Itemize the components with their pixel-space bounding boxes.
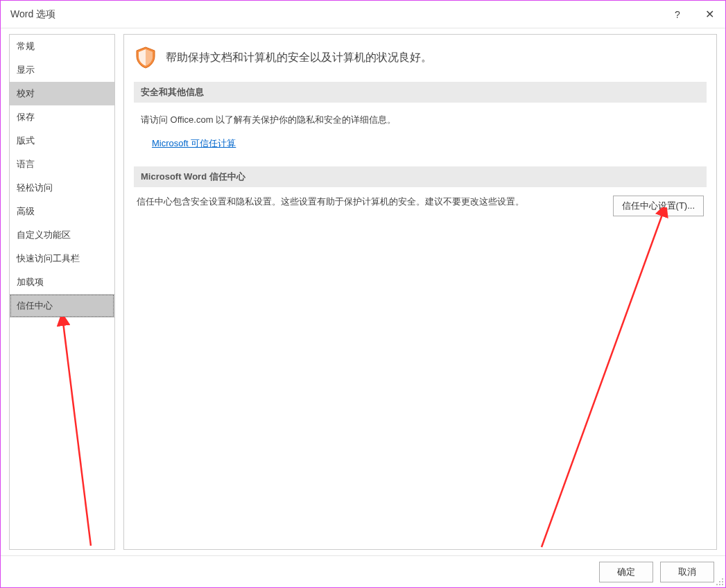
sidebar-item-ease-of-access[interactable]: 轻松访问 <box>10 176 114 200</box>
svg-point-6 <box>719 584 720 585</box>
dialog-footer: 确定 取消 <box>1 555 725 587</box>
sidebar-item-addins[interactable]: 加载项 <box>10 270 114 294</box>
trust-center-settings-button[interactable]: 信任中心设置(T)... <box>613 196 704 216</box>
trust-center-row: 信任中心包含安全设置和隐私设置。这些设置有助于保护计算机的安全。建议不要更改这些… <box>134 187 707 225</box>
content-pane: 帮助保持文档和计算机的安全以及计算机的状况良好。 安全和其他信息 请访问 Off… <box>123 34 717 550</box>
shield-icon <box>134 46 157 69</box>
help-button[interactable]: ? <box>662 1 693 28</box>
svg-point-7 <box>722 584 723 585</box>
sidebar-item-layout[interactable]: 版式 <box>10 129 114 153</box>
sidebar: 常规 显示 校对 保存 版式 语言 轻松访问 高级 自定义功能区 快速访问工具栏… <box>9 34 115 550</box>
dialog-title: Word 选项 <box>10 8 662 21</box>
sidebar-item-general[interactable]: 常规 <box>10 35 114 58</box>
trust-center-text: 信任中心包含安全设置和隐私设置。这些设置有助于保护计算机的安全。建议不要更改这些… <box>137 196 602 208</box>
help-icon: ? <box>675 9 680 20</box>
sidebar-item-customize-ribbon[interactable]: 自定义功能区 <box>10 223 114 247</box>
content-header: 帮助保持文档和计算机的安全以及计算机的状况良好。 <box>134 42 707 79</box>
content-header-text: 帮助保持文档和计算机的安全以及计算机的状况良好。 <box>166 51 432 65</box>
sidebar-item-save[interactable]: 保存 <box>10 105 114 129</box>
titlebar: Word 选项 ? ✕ <box>1 1 725 28</box>
close-button[interactable]: ✕ <box>693 1 725 28</box>
dialog-body: 常规 显示 校对 保存 版式 语言 轻松访问 高级 自定义功能区 快速访问工具栏… <box>1 28 725 555</box>
sidebar-item-advanced[interactable]: 高级 <box>10 200 114 223</box>
sidebar-item-display[interactable]: 显示 <box>10 58 114 82</box>
resize-grip[interactable] <box>716 578 724 586</box>
ok-button[interactable]: 确定 <box>599 562 653 582</box>
sidebar-item-proofing[interactable]: 校对 <box>10 82 114 105</box>
section-security-info-header: 安全和其他信息 <box>134 82 707 103</box>
section-security-info-body: 请访问 Office.com 以了解有关保护你的隐私和安全的详细信息。 Micr… <box>134 103 707 164</box>
svg-point-4 <box>722 581 723 582</box>
sidebar-item-trust-center[interactable]: 信任中心 <box>10 294 114 318</box>
svg-point-2 <box>722 578 723 580</box>
cancel-button[interactable]: 取消 <box>660 562 714 582</box>
sidebar-item-language[interactable]: 语言 <box>10 153 114 176</box>
section-trust-center-header: Microsoft Word 信任中心 <box>134 166 707 187</box>
security-info-text: 请访问 Office.com 以了解有关保护你的隐私和安全的详细信息。 <box>141 112 700 128</box>
close-icon: ✕ <box>705 8 714 21</box>
trustworthy-computing-link[interactable]: Microsoft 可信任计算 <box>152 136 236 151</box>
svg-point-3 <box>719 581 720 582</box>
svg-point-5 <box>716 584 718 585</box>
options-dialog: Word 选项 ? ✕ 常规 显示 校对 保存 版式 语言 轻松访问 高级 自定… <box>0 0 726 588</box>
sidebar-item-quick-access[interactable]: 快速访问工具栏 <box>10 247 114 270</box>
